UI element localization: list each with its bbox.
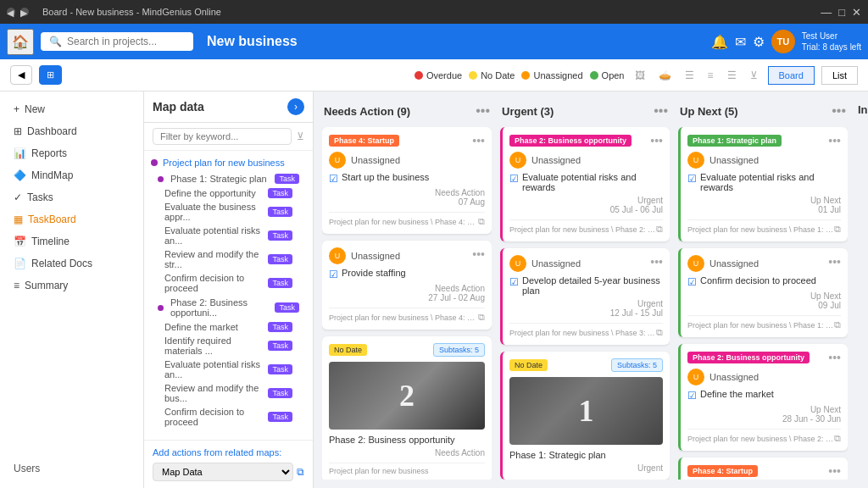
board-view-btn[interactable]: Board [768,66,815,85]
sidebar-item-users[interactable]: Users [0,458,144,480]
sidebar: + New ⊞ Dashboard 📊 Reports 🔷 MindMap ✓ … [0,92,144,488]
messages-icon[interactable]: ✉ [735,34,746,50]
map-external-icon[interactable]: ⧉ [297,466,304,478]
card-assignee: U Unassigned [687,255,841,272]
card-more-btn[interactable]: ••• [828,255,841,269]
card-provide-staffing[interactable]: ••• U Unassigned ☑ Provide staffing Need… [322,241,492,330]
phase-tag-strategic: Phase 1: Strategic plan [687,135,782,147]
open-filter[interactable]: Open [590,70,625,80]
card-more-btn[interactable]: ••• [828,464,841,478]
map-toggle-btn[interactable]: › [287,98,304,115]
map-phase-2[interactable]: Phase 2: Business opportuni... Task [144,295,313,320]
sidebar-item-summary[interactable]: ≡ Summary [0,274,143,297]
assignee-avatar: U [509,152,526,169]
card-startup[interactable]: Phase 4: Startup ••• U Unassigned ☑ Star… [322,127,492,234]
external-link-icon[interactable]: ⧉ [478,312,485,323]
sidebar-item-reports[interactable]: 📊 Reports [0,142,143,164]
sidebar-item-dashboard[interactable]: ⊞ Dashboard [0,120,143,142]
map-task[interactable]: Review and modify the str...Task [144,247,313,271]
card-establish-structure[interactable]: Phase 4: Startup ••• U Unassigned ☑ Esta… [678,458,848,480]
sidebar-item-mindmap[interactable]: 🔷 MindMap [0,164,143,186]
sidebar-item-new[interactable]: + New [0,98,143,120]
map-panel-header: Map data › [144,92,313,123]
maximize-btn[interactable]: □ [838,6,845,19]
map-task[interactable]: Evaluate potential risks an...Task [144,358,313,381]
filter-icon[interactable]: ⊻ [750,69,758,81]
map-filter-icon[interactable]: ⊻ [297,130,304,142]
check-icon: ☑ [687,390,697,402]
window-controls[interactable]: — □ ✕ [821,6,861,19]
card-more-btn[interactable]: ••• [828,134,841,147]
card-more-btn[interactable]: ••• [828,351,841,364]
avatar[interactable]: TU [771,30,795,53]
card-biz-opportunity-na[interactable]: No Date Subtasks: 5 2 Phase 2: Business … [322,336,492,480]
card-meta: Up Next 09 Jul [687,291,841,310]
map-select[interactable]: Map Data [153,463,293,481]
map-task[interactable]: Evaluate potential risks an...Task [144,224,313,247]
project-dot [151,159,158,166]
overdue-filter[interactable]: Overdue [415,70,462,80]
col-menu-up-next[interactable]: ••• [832,103,846,119]
card-assignee: U Unassigned [509,255,663,272]
card-more-btn[interactable]: ••• [472,134,485,147]
list-view-btn[interactable]: List [821,66,858,85]
card-more-btn[interactable]: ••• [650,255,663,269]
card-title: ☑ Confirm decision to proceed [687,275,841,288]
map-task[interactable]: Define the marketTask [144,320,313,334]
sidebar-item-taskboard[interactable]: ▦ TaskBoard [0,208,143,230]
nodate-filter[interactable]: No Date [469,70,515,80]
home-btn[interactable]: 🏠 [7,29,34,55]
search-box[interactable]: 🔍 [41,32,193,51]
card-strategic-plan-urgent[interactable]: No Date Subtasks: 5 1 Phase 1: Strategic… [500,352,670,480]
titlebar-controls[interactable]: ◀ ▶ [7,8,29,16]
back-toolbar-btn[interactable]: ◀ [10,65,32,85]
sidebar-item-timeline[interactable]: 📅 Timeline [0,230,143,252]
grid-view-btn[interactable]: ⊞ [39,65,62,85]
map-task[interactable]: Review and modify the bus...Task [144,381,313,405]
col-title-up-next: Up Next (5) [680,105,738,118]
close-btn[interactable]: ✕ [852,6,861,19]
forward-btn[interactable]: ▶ [20,8,29,16]
external-link-icon[interactable]: ⧉ [834,319,841,330]
card-more-btn[interactable]: ••• [650,134,663,147]
sidebar-item-tasks[interactable]: ✓ Tasks [0,186,143,208]
minimize-btn[interactable]: — [821,6,832,19]
map-task[interactable]: Define the opportunityTask [144,186,313,200]
col-menu-needs-action[interactable]: ••• [476,103,490,119]
card-confirm-decision[interactable]: ••• U Unassigned ☑ Confirm decision to p… [678,248,848,337]
map-filter-input[interactable] [153,128,292,145]
taskboard-icon: ▦ [14,214,23,225]
external-link-icon[interactable]: ⧉ [478,216,485,227]
card-5year-plan[interactable]: ••• U Unassigned ☑ Develop detailed 5-ye… [500,248,670,345]
map-task[interactable]: Identify required materials ...Task [144,334,313,358]
notifications-icon[interactable]: 🔔 [711,34,728,50]
card-more-btn[interactable]: ••• [472,247,485,261]
back-btn[interactable]: ◀ [7,8,15,16]
card-footer: Project plan for new business \ Phase 2:… [509,219,663,235]
search-input[interactable] [67,36,177,47]
card-define-market[interactable]: Phase 2: Business opportunity ••• U Unas… [678,344,848,451]
map-task[interactable]: Confirm decision to proceedTask [144,271,313,295]
col-menu-urgent[interactable]: ••• [654,103,668,119]
trial-info: Trial: 8 days left [802,42,861,53]
assignee-avatar: U [687,369,704,385]
map-panel-title: Map data [153,100,204,114]
map-phase-1[interactable]: Phase 1: Strategic plan Task [144,171,313,186]
map-task[interactable]: Confirm decision to proceedTask [144,405,313,429]
settings-icon[interactable]: ⚙ [753,34,765,50]
external-link-icon[interactable]: ⧉ [834,433,841,444]
map-project[interactable]: Project plan for new business [144,154,313,171]
map-task[interactable]: Evaluate the business appr...Task [144,200,313,224]
board-area: Needs Action (9) ••• Phase 4: Startup ••… [314,92,868,488]
card-evaluate-risks-upnext[interactable]: Phase 1: Strategic plan ••• U Unassigned… [678,127,848,241]
card-evaluate-risks-urgent[interactable]: Phase 2: Business opportunity ••• U Unas… [500,127,670,241]
map-select-row: Map Data ⧉ [153,463,304,481]
no-date-tag: No Date [329,344,367,356]
card-image: 2 [329,362,485,430]
external-link-icon[interactable]: ⧉ [656,327,663,338]
external-link-icon[interactable]: ⧉ [656,224,663,235]
external-link-icon[interactable]: ⧉ [834,224,841,235]
unassigned-filter[interactable]: Unassigned [521,70,582,80]
assignee-avatar: U [687,255,704,272]
sidebar-item-related-docs[interactable]: 📄 Related Docs [0,252,143,274]
